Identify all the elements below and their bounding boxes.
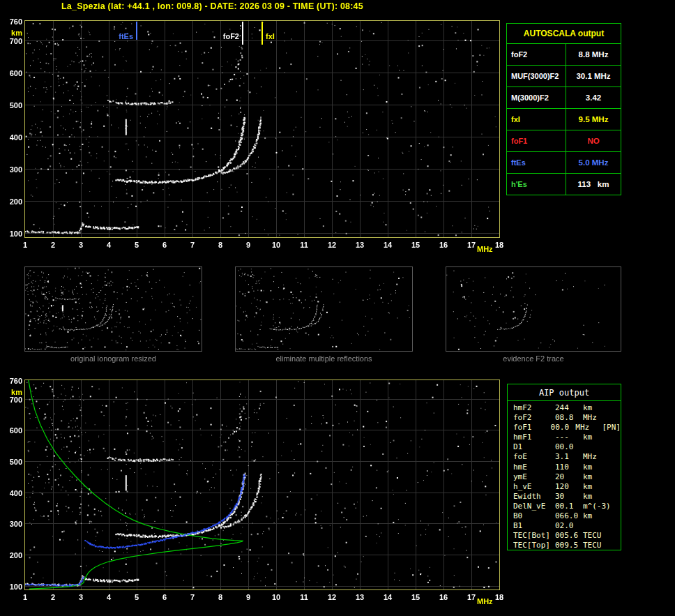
aip-param-value: 066.0: [555, 511, 583, 521]
autoscala-param-value: 9.5 MHz: [566, 109, 621, 130]
x-axis-unit-bottom: MHz: [477, 597, 498, 606]
x-tick-label-11-bottom: 11: [296, 593, 312, 601]
x-tick-label-3-bottom: 3: [73, 593, 89, 601]
aip-param-unit: [583, 442, 608, 452]
autoscala-param-value: 3.42: [566, 87, 621, 108]
aip-row-D1: D100.0: [513, 442, 621, 452]
y-tick-label-400-top: 400: [0, 133, 22, 142]
aip-param-value: 00.0: [555, 442, 583, 452]
aip-param-name: foF1: [513, 423, 551, 433]
autoscala-param-value: 8.8 MHz: [566, 44, 621, 65]
y-tick-label-300-top: 300: [0, 165, 22, 174]
aip-param-name: TEC[Bot]: [513, 531, 555, 541]
x-tick-label-15-top: 15: [407, 241, 424, 249]
x-tick-label-12-top: 12: [324, 241, 340, 249]
aip-row-Ewidth: Ewidth30km: [513, 492, 621, 502]
aip-param-name: D1: [513, 442, 555, 452]
x-tick-label-6-top: 6: [156, 241, 173, 249]
bottom-ionogram-frame: [24, 380, 500, 590]
aip-param-name: hmE: [513, 463, 555, 472]
x-tick-label-3-top: 3: [73, 241, 89, 249]
y-tick-label-600-bottom: 600: [0, 426, 22, 435]
aip-param-name: h_vE: [513, 482, 555, 492]
autoscala-row-foF1: foF1NO: [507, 130, 621, 151]
x-tick-label-13-top: 13: [351, 241, 368, 249]
y-tick-label-500-top: 500: [0, 101, 22, 110]
marker-label-ftEs: ftEs: [119, 32, 133, 40]
autoscala-param-value: 113 km: [566, 174, 621, 195]
aip-param-value: 00.0: [551, 423, 576, 433]
x-tick-label-14-top: 14: [379, 241, 396, 249]
thumbnail-evidence-f2-trace: [446, 266, 621, 352]
aip-param-value: 005.6: [555, 531, 583, 541]
autoscala-row-ftEs: ftEs5.0 MHz: [507, 151, 621, 173]
aip-row-TEC[Bot]: TEC[Bot]005.6TECU: [513, 531, 621, 541]
autoscala-param-label: fxI: [507, 109, 566, 130]
aip-param-unit: TECU: [583, 531, 608, 541]
top-ionogram-frame: [24, 20, 500, 238]
marker-label-fxI: fxI: [266, 32, 275, 40]
aip-param-name: foE: [513, 452, 555, 462]
aip-param-unit: km: [583, 472, 608, 482]
aip-output-panel: AIP output hmF2244kmfoF208.8MHzfoF100.0M…: [507, 384, 621, 550]
thumbnail-caption-2: eliminate multiple reflections: [236, 354, 412, 363]
aip-param-unit: MHz: [575, 423, 598, 433]
aip-row-ymE: ymE20km: [513, 472, 621, 482]
aip-param-unit: TECU: [583, 541, 608, 550]
aip-param-value: 3.1: [555, 452, 583, 462]
aip-row-B0: B0066.0km: [513, 511, 621, 521]
aip-param-unit: MHz: [583, 413, 608, 423]
autoscala-param-label: MUF(3000)F2: [507, 66, 566, 87]
x-tick-label-2-bottom: 2: [45, 593, 61, 601]
x-tick-label-2-top: 2: [45, 241, 61, 249]
aip-param-value: 110: [555, 463, 583, 472]
y-tick-label-700-top: 700: [0, 37, 22, 45]
aip-param-unit: MHz: [583, 452, 608, 462]
aip-param-name: DelN_vE: [513, 502, 555, 511]
aip-param-value: 00.1: [555, 502, 583, 511]
aip-row-B1: B102.0: [513, 521, 621, 531]
aip-row-foE: foE3.1MHz: [513, 452, 621, 462]
aip-row-foF1: foF100.0MHz[PN]: [513, 423, 621, 433]
autoscala-param-label: foF2: [507, 44, 566, 65]
aip-param-unit: km: [583, 403, 608, 413]
aip-param-unit: km: [583, 433, 608, 442]
x-tick-label-10-bottom: 10: [268, 593, 285, 601]
thumbnail-caption-3: evidence F2 trace: [446, 354, 621, 363]
x-tick-label-4-top: 4: [100, 241, 117, 249]
y-tick-label-400-bottom: 400: [0, 489, 22, 497]
autoscala-row-M(3000)F2: M(3000)F23.42: [507, 87, 621, 108]
x-tick-label-9-top: 9: [240, 241, 257, 249]
y-tick-label-700-bottom: 700: [0, 396, 22, 404]
autoscala-param-value: 5.0 MHz: [566, 152, 621, 173]
aip-row-hmE: hmE110km: [513, 463, 621, 472]
aip-param-name: TEC[Top]: [513, 541, 555, 550]
x-tick-label-9-bottom: 9: [240, 593, 257, 601]
autoscala-panel-title: AUTOSCALA output: [507, 24, 621, 43]
aip-param-name: ymE: [513, 472, 555, 482]
y-tick-label-200-bottom: 200: [0, 551, 22, 559]
aip-param-unit: km: [583, 511, 608, 521]
autoscala-row-MUF(3000)F2: MUF(3000)F230.1 MHz: [507, 65, 621, 87]
y-tick-label-600-top: 600: [0, 69, 22, 77]
aip-param-unit: km: [583, 463, 608, 472]
autoscala-row-foF2: foF28.8 MHz: [507, 43, 621, 65]
x-tick-label-14-bottom: 14: [379, 593, 396, 601]
x-tick-label-8-bottom: 8: [212, 593, 229, 601]
aip-row-hmF2: hmF2244km: [513, 403, 621, 413]
y-tick-label-760-bottom: 760: [0, 377, 22, 385]
x-tick-label-8-top: 8: [212, 241, 229, 249]
thumbnail-original-ionogram: [24, 266, 202, 352]
x-tick-label-7-top: 7: [184, 241, 201, 249]
autoscala-param-value: NO: [566, 130, 621, 151]
autoscala-row-fxI: fxI9.5 MHz: [507, 108, 621, 130]
aip-param-unit: [583, 521, 608, 531]
aip-param-value: ---: [555, 433, 583, 442]
autoscala-param-label: ftEs: [507, 152, 566, 173]
aip-row-DelN_vE: DelN_vE00.1m^(-3): [513, 502, 621, 511]
aip-param-name: hmF1: [513, 433, 555, 442]
y-tick-label-760-top: 760: [0, 17, 22, 26]
thumbnail-caption-1: original ionogram resized: [25, 354, 202, 363]
aip-param-value: 30: [555, 492, 583, 502]
x-tick-label-10-top: 10: [268, 241, 285, 249]
